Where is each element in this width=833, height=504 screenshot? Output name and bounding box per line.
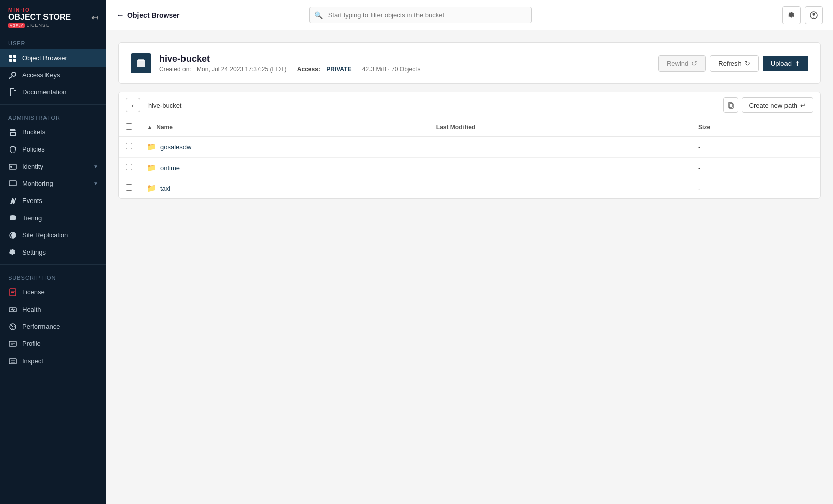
refresh-button[interactable]: Refresh ↻	[710, 55, 759, 72]
sidebar-item-policies[interactable]: Policies	[0, 141, 106, 158]
sidebar-item-label: Performance	[22, 323, 98, 330]
sidebar-item-label: Policies	[22, 145, 98, 153]
upload-button[interactable]: Upload ⬆	[763, 56, 808, 71]
row-checkbox-cell	[119, 178, 140, 199]
sidebar: MIN·IO OBJECT STORE AGFLYLICENSE ↤ User …	[0, 0, 106, 504]
created-date: Mon, Jul 24 2023 17:37:25 (EDT)	[197, 66, 286, 73]
back-arrow-icon: ←	[116, 11, 124, 20]
refresh-icon: ↻	[745, 60, 750, 67]
upload-icon: ⬆	[795, 60, 800, 67]
path-back-button[interactable]: ‹	[126, 98, 140, 112]
sidebar-item-label: Events	[22, 197, 98, 205]
license-icon	[8, 288, 17, 296]
shield-icon	[8, 145, 17, 154]
sidebar-item-access-keys[interactable]: Access Keys	[0, 67, 106, 84]
topbar-search-area: 🔍	[309, 7, 532, 23]
folder-icon: 📁	[147, 142, 156, 152]
create-path-icon: ↵	[800, 102, 806, 109]
replicate-icon	[8, 231, 17, 239]
svg-rect-2	[9, 59, 12, 62]
folder-icon: 📁	[147, 184, 156, 193]
logo-text: MIN·IO OBJECT STORE AGFLYLICENSE	[8, 7, 71, 28]
rewind-icon: ↺	[691, 60, 697, 67]
name-column-header[interactable]: ▲ Name	[140, 118, 429, 137]
sidebar-item-inspect[interactable]: Inspect	[0, 352, 106, 370]
topbar-back-button[interactable]: ← Object Browser	[116, 11, 179, 20]
path-actions: Create new path ↵	[723, 97, 813, 113]
sidebar-item-label: Site Replication	[22, 231, 98, 239]
row-name-cell: 📁 gosalesdw	[140, 137, 429, 158]
svg-rect-17	[137, 60, 145, 67]
row-checkbox[interactable]	[126, 164, 132, 170]
sidebar-item-documentation[interactable]: Documentation	[0, 84, 106, 101]
sidebar-item-profile[interactable]: Profile	[0, 335, 106, 352]
section-label-administrator: Administrator	[0, 108, 106, 124]
bucket-actions: Rewind ↺ Refresh ↻ Upload ⬆	[658, 55, 808, 72]
svg-rect-6	[9, 181, 16, 186]
sidebar-item-license[interactable]: License	[0, 284, 106, 301]
row-last-modified-cell	[429, 178, 691, 199]
sidebar-item-events[interactable]: Events	[0, 192, 106, 210]
bucket-size: 42.3 MiB · 70 Objects	[362, 66, 421, 73]
help-button[interactable]	[805, 6, 823, 24]
row-size-cell: -	[691, 158, 820, 178]
bucket-icon	[131, 53, 151, 73]
topbar: ← Object Browser 🔍	[106, 0, 833, 30]
select-all-checkbox[interactable]	[126, 123, 132, 130]
svg-rect-11	[11, 292, 14, 293]
lambda-icon	[8, 197, 17, 205]
row-checkbox[interactable]	[126, 143, 132, 149]
sidebar-item-tiering[interactable]: Tiering	[0, 210, 106, 227]
topbar-title: Object Browser	[127, 11, 179, 19]
folder-name[interactable]: gosalesdw	[160, 143, 191, 151]
logo-product: OBJECT STORE	[8, 13, 71, 22]
tier-icon	[8, 214, 17, 222]
table-row: 📁 taxi -	[119, 178, 820, 199]
sidebar-item-identity[interactable]: Identity ▼	[0, 158, 106, 175]
sidebar-item-buckets[interactable]: Buckets	[0, 124, 106, 141]
path-bar: ‹ hive-bucket Create new path ↵	[119, 92, 820, 118]
svg-rect-0	[9, 55, 12, 58]
folder-icon: 📁	[147, 163, 156, 172]
health-icon	[8, 306, 17, 314]
folder-name[interactable]: taxi	[160, 185, 170, 192]
svg-rect-14	[9, 341, 16, 346]
logo-brand: MIN·IO	[8, 7, 71, 13]
sidebar-item-settings[interactable]: Settings	[0, 244, 106, 261]
copy-path-button[interactable]	[723, 97, 738, 113]
sidebar-item-label: Buckets	[22, 128, 98, 136]
sidebar-item-performance[interactable]: Performance	[0, 318, 106, 335]
row-size-cell: -	[691, 178, 820, 199]
create-path-label: Create new path	[749, 102, 797, 109]
profile-icon	[8, 340, 17, 348]
settings-icon	[788, 11, 796, 19]
sidebar-item-site-replication[interactable]: Site Replication	[0, 227, 106, 244]
create-new-path-button[interactable]: Create new path ↵	[742, 97, 813, 113]
file-table-body: 📁 gosalesdw - 📁 ontime -	[119, 137, 820, 199]
rewind-button[interactable]: Rewind ↺	[658, 55, 706, 72]
folder-name[interactable]: ontime	[160, 164, 180, 172]
chevron-down-icon: ▼	[93, 164, 98, 169]
sidebar-collapse-button[interactable]: ↤	[91, 13, 98, 22]
bucket-meta: Created on: Mon, Jul 24 2023 17:37:25 (E…	[159, 66, 650, 73]
key-icon	[8, 71, 17, 79]
svg-rect-3	[13, 59, 16, 62]
sidebar-item-label: Object Browser	[22, 54, 98, 62]
settings-button[interactable]	[782, 6, 801, 24]
sidebar-item-object-browser[interactable]: Object Browser	[0, 49, 106, 67]
sidebar-item-label: Tiering	[22, 214, 98, 222]
table-row: 📁 ontime -	[119, 158, 820, 178]
sidebar-item-monitoring[interactable]: Monitoring ▼	[0, 175, 106, 192]
sidebar-item-health[interactable]: Health	[0, 301, 106, 318]
row-checkbox[interactable]	[126, 184, 132, 191]
search-input[interactable]	[309, 7, 532, 23]
topbar-actions	[782, 6, 823, 24]
upload-label: Upload	[771, 60, 792, 67]
row-last-modified-cell	[429, 137, 691, 158]
sidebar-item-label: License	[22, 288, 98, 296]
search-icon: 🔍	[314, 11, 323, 19]
rewind-label: Rewind	[667, 60, 688, 67]
id-icon	[8, 163, 17, 171]
sidebar-logo: MIN·IO OBJECT STORE AGFLYLICENSE ↤	[0, 0, 106, 33]
svg-rect-15	[9, 359, 16, 364]
